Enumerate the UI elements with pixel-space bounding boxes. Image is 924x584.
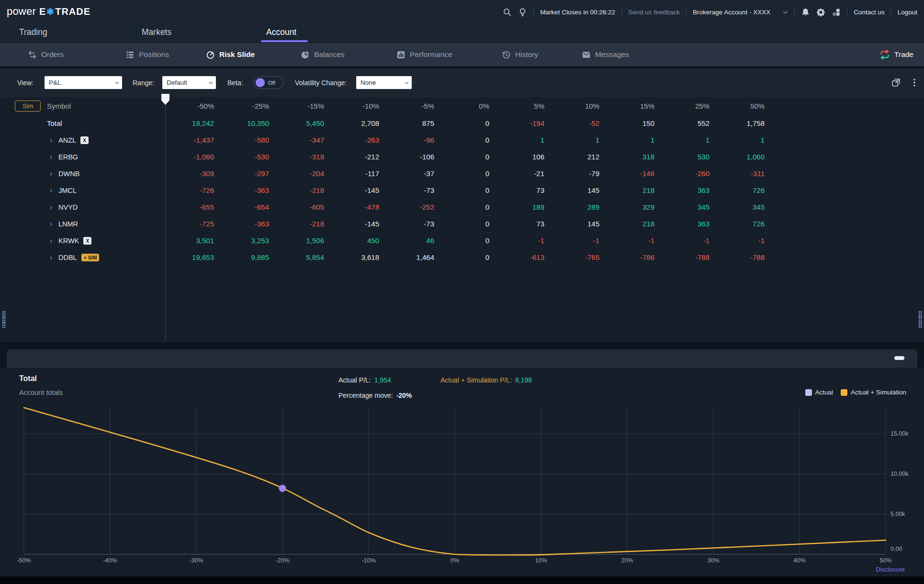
logout-link[interactable]: Logout [898, 9, 917, 16]
chart-panel-subtitle: Account totals [19, 389, 63, 396]
value-cell: 0 [435, 203, 490, 211]
percent-column-header: 50% [710, 102, 766, 110]
value-cell: -145 [325, 186, 380, 194]
expand-chevron-icon[interactable]: › [50, 187, 52, 194]
actual-pl-label: Actual P/L: [338, 376, 371, 384]
tab-markets[interactable]: Markets [142, 27, 171, 37]
value-cell: -309 [160, 169, 215, 178]
market-close-countdown: Market Closes in 00:26:22 [540, 9, 615, 16]
table-row-anzl[interactable]: ›ANZLX-1,437-580-347-263-96011111 [0, 132, 924, 148]
etrade-logo: power E✱TRADE [7, 5, 90, 18]
value-cell: 189 [490, 203, 545, 211]
trade-button[interactable]: Trade [879, 43, 913, 66]
legend-item: Actual [805, 389, 834, 396]
table-row-ddbl[interactable]: ›DDBL+ SIM19,6539,8855,8543,6181,4640-61… [0, 249, 924, 266]
value-cell: 2,708 [325, 119, 380, 127]
value-cell: 145 [545, 186, 600, 194]
subnav-item-risk-slide[interactable]: Risk Slide [206, 43, 255, 66]
table-row-total[interactable]: Total18,24210,3505,4502,7088750-194-5215… [0, 115, 924, 132]
view-label: View: [17, 68, 34, 97]
tab-trading[interactable]: Trading [19, 27, 47, 37]
chart-panel-collapse-bar[interactable] [7, 349, 917, 368]
view-select[interactable]: P&L [45, 76, 122, 89]
plus-sim-badge: + SIM [81, 254, 100, 261]
percentage-move-marker[interactable] [279, 485, 286, 492]
value-cell: 0 [435, 153, 490, 161]
range-label: Range: [133, 68, 154, 97]
account-selector[interactable]: Brokerage Account - XXXX [693, 9, 788, 16]
popout-icon[interactable] [891, 78, 901, 88]
value-cell: 1,758 [710, 119, 766, 127]
feedback-link[interactable]: Send us feedback [628, 9, 680, 16]
chart-panel: Total Account totals Actual P/L: 1,954 A… [0, 368, 924, 576]
resize-grip[interactable] [917, 311, 924, 335]
bell-icon[interactable] [801, 8, 810, 17]
value-cell: -363 [215, 220, 270, 228]
percent-column-header: 15% [600, 102, 655, 110]
value-cell: 3,501 [160, 236, 215, 245]
value-cell: 218 [600, 220, 655, 228]
value-cell: -1,060 [160, 153, 215, 161]
expand-chevron-icon[interactable]: › [50, 153, 52, 161]
subnav-item-performance[interactable]: Performance [396, 43, 452, 66]
x-axis-tick: 0% [451, 557, 459, 564]
windows-icon[interactable] [832, 8, 841, 17]
table-row-krwk[interactable]: ›KRWKX3,5013,2531,506450460-1-1-1-1-1 [0, 232, 924, 249]
sim-badge-button[interactable]: Sim [15, 101, 41, 112]
table-row-dwnb[interactable]: ›DWNB-309-297-204-117-370-21-79-146-260-… [0, 165, 924, 182]
value-cell: -786 [600, 253, 655, 261]
subnav-item-messages[interactable]: Messages [582, 43, 629, 66]
value-cell: 875 [380, 119, 435, 127]
tab-account[interactable]: Account [266, 27, 296, 37]
expand-chevron-icon[interactable]: › [50, 203, 52, 211]
minus-icon[interactable] [894, 356, 904, 360]
lightbulb-icon[interactable] [518, 8, 527, 17]
divider [847, 8, 847, 16]
beta-label: Beta: [227, 68, 243, 97]
subnav-item-positions[interactable]: Positions [125, 43, 169, 66]
expand-chevron-icon[interactable]: › [50, 170, 52, 178]
expand-chevron-icon[interactable]: › [50, 136, 52, 144]
value-cell: -73 [380, 220, 435, 228]
table-row-erbg[interactable]: ›ERBG-1,060-530-318-212-1060106212318530… [0, 148, 924, 165]
table-row-nvyd[interactable]: ›NVYD-655-654-605-478-252018928932934534… [0, 199, 924, 215]
expand-chevron-icon[interactable]: › [50, 254, 52, 261]
subnav-item-history[interactable]: History [502, 43, 538, 66]
performance-icon [396, 50, 406, 59]
value-cell: 1 [490, 136, 545, 144]
gear-icon[interactable] [816, 8, 825, 17]
table-row-jmcl[interactable]: ›JMCL-726-363-218-145-73073145218363726 [0, 182, 924, 199]
subnav-item-balances[interactable]: Balances [301, 43, 345, 66]
resize-grip[interactable] [0, 311, 7, 335]
app-window: power E✱TRADE Market Closes in 00:26:22 … [0, 0, 924, 584]
symbol-label: JMCL [58, 187, 77, 194]
chart-legend: ActualActual + Simulation [805, 389, 906, 396]
search-icon[interactable] [503, 8, 512, 17]
symbol-label: DDBL+ SIM [58, 254, 99, 261]
volatility-select[interactable]: None [356, 76, 412, 89]
disclosure-link[interactable]: Disclosure [876, 566, 905, 573]
value-cell: -725 [160, 220, 215, 228]
value-cell: 289 [545, 203, 600, 211]
value-cell: 1 [655, 136, 710, 144]
contact-us-link[interactable]: Contact us [854, 9, 885, 16]
subnav-item-orders[interactable]: Orders [28, 43, 64, 66]
value-cell: 19,653 [160, 253, 215, 261]
value-cell: 73 [490, 186, 545, 194]
kebab-icon[interactable] [913, 78, 916, 88]
value-cell: 0 [435, 220, 490, 228]
percent-column-header: 10% [545, 102, 600, 110]
chevron-down-icon [115, 81, 119, 84]
beta-toggle[interactable]: Off [254, 76, 283, 89]
table-row-lnmr[interactable]: ›LNMR-725-363-218-145-73073145218363726 [0, 215, 924, 232]
percent-column-header: -10% [325, 102, 380, 110]
expand-chevron-icon[interactable]: › [50, 237, 52, 245]
range-select[interactable]: Default [162, 76, 216, 89]
value-cell: -204 [270, 169, 325, 178]
value-cell: 3,618 [325, 253, 380, 261]
symbol-label: DWNB [58, 170, 79, 178]
account-subnav: OrdersPositionsRisk SlideBalancesPerform… [0, 43, 924, 66]
expand-chevron-icon[interactable]: › [50, 220, 52, 228]
percentage-move-stat: Percentage move: -20% [338, 392, 412, 399]
value-cell: -605 [270, 203, 325, 211]
